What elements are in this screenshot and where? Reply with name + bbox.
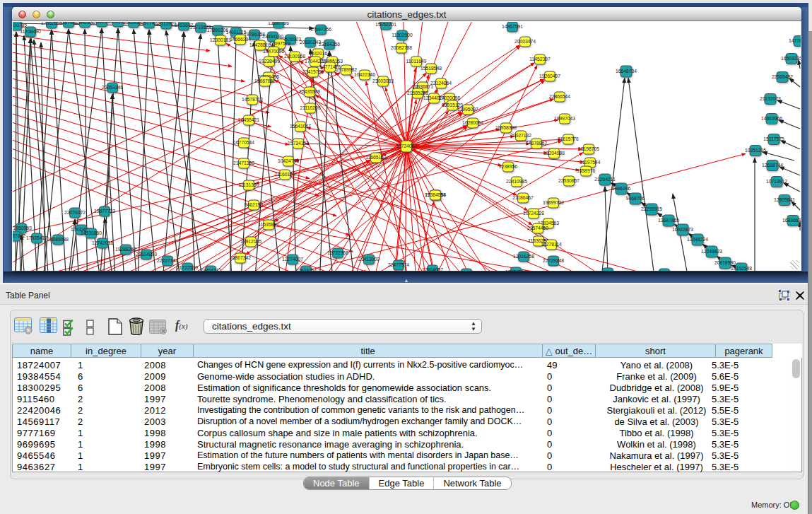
svg-text:13380786: 13380786 [268, 22, 289, 25]
svg-text:16648784: 16648784 [616, 69, 637, 74]
svg-text:20610785: 20610785 [13, 23, 27, 28]
svg-text:20618590: 20618590 [714, 260, 736, 265]
svg-text:20082788: 20082788 [391, 45, 412, 50]
svg-text:11011649: 11011649 [406, 59, 426, 64]
svg-text:10724228: 10724228 [523, 211, 544, 216]
svg-text:20027132: 20027132 [510, 133, 531, 138]
svg-text:23003083: 23003083 [372, 78, 394, 83]
svg-text:21110209: 21110209 [300, 105, 320, 110]
svg-text:10422346: 10422346 [354, 72, 375, 77]
svg-text:22565482: 22565482 [772, 74, 793, 79]
svg-text:18997043: 18997043 [554, 116, 575, 121]
svg-text:9032016: 9032016 [309, 51, 328, 56]
svg-text:22435589: 22435589 [299, 89, 320, 94]
svg-text:15722368: 15722368 [327, 250, 348, 255]
svg-text:16770544: 16770544 [233, 140, 254, 145]
svg-text:11708490: 11708490 [20, 29, 41, 34]
svg-text:22614899: 22614899 [136, 252, 157, 257]
svg-text:21132073: 21132073 [760, 96, 781, 101]
svg-text:16807342: 16807342 [230, 255, 251, 260]
svg-text:11197544: 11197544 [579, 160, 600, 165]
svg-text:18912185: 18912185 [240, 239, 261, 244]
svg-text:21186467: 21186467 [512, 195, 534, 200]
svg-text:17097578: 17097578 [269, 41, 290, 46]
svg-text:9462193: 9462193 [245, 202, 264, 207]
svg-text:12742018: 12742018 [92, 240, 113, 245]
svg-text:10351205: 10351205 [745, 148, 766, 153]
svg-text:19470096: 19470096 [263, 49, 284, 54]
svg-text:15152201: 15152201 [375, 22, 396, 27]
svg-text:14530860: 14530860 [81, 230, 102, 235]
svg-text:17684536: 17684536 [505, 269, 526, 271]
svg-text:9486206: 9486206 [612, 186, 631, 191]
svg-text:10455421: 10455421 [238, 117, 259, 122]
svg-text:15641067: 15641067 [290, 124, 311, 129]
svg-text:13348224: 13348224 [687, 237, 708, 242]
svg-text:19789982: 19789982 [336, 67, 357, 72]
svg-text:12737842: 12737842 [13, 233, 25, 238]
svg-text:20003474: 20003474 [514, 39, 536, 44]
svg-text:22070372: 22070372 [64, 210, 86, 215]
svg-text:16886633: 16886633 [782, 218, 801, 223]
svg-text:12428816: 12428816 [249, 42, 271, 47]
svg-text:9468706: 9468706 [626, 196, 645, 201]
svg-text:18204988: 18204988 [543, 151, 565, 156]
svg-text:12248823: 12248823 [701, 249, 722, 254]
svg-text:14863966: 14863966 [761, 116, 782, 121]
svg-text:10424708: 10424708 [278, 158, 299, 163]
svg-text:19384554: 19384554 [425, 192, 446, 197]
svg-text:9358976: 9358976 [577, 168, 596, 173]
svg-text:23304737: 23304737 [200, 268, 221, 271]
svg-text:20053346: 20053346 [102, 85, 123, 90]
svg-text:22530857: 22530857 [558, 178, 579, 183]
svg-text:13016258: 13016258 [513, 254, 534, 259]
svg-text:17020058: 17020058 [439, 95, 460, 100]
svg-text:10713912: 10713912 [766, 179, 787, 184]
svg-text:11995097: 11995097 [457, 107, 478, 112]
svg-text:22410985: 22410985 [506, 179, 527, 184]
svg-text:16278114: 16278114 [541, 242, 562, 247]
svg-text:19260497: 19260497 [539, 74, 560, 78]
svg-text:20680243: 20680243 [300, 40, 321, 45]
svg-text:21574460: 21574460 [527, 226, 548, 230]
svg-text:21585268: 21585268 [407, 90, 428, 95]
svg-text:12805841: 12805841 [774, 197, 795, 202]
svg-text:22124864: 22124864 [430, 81, 452, 86]
svg-text:11131350: 11131350 [238, 182, 259, 187]
svg-text:11802500: 11802500 [392, 33, 413, 37]
svg-text:13687865: 13687865 [658, 218, 679, 223]
svg-text:14666294: 14666294 [230, 37, 251, 42]
svg-text:11452397: 11452397 [529, 57, 551, 62]
svg-text:21722539: 21722539 [177, 265, 198, 270]
svg-text:14578712: 14578712 [242, 97, 263, 102]
svg-text:22523754: 22523754 [295, 268, 317, 271]
svg-text:18112921: 18112921 [155, 22, 177, 26]
svg-text:11665162: 11665162 [365, 155, 387, 160]
svg-text:11615776: 11615776 [558, 136, 579, 141]
svg-text:15117575: 15117575 [763, 136, 784, 141]
svg-text:21264211: 21264211 [594, 177, 616, 182]
svg-text:16958388: 16958388 [495, 125, 517, 130]
svg-text:16280054: 16280054 [462, 120, 483, 125]
svg-text:19288262: 19288262 [115, 247, 136, 252]
svg-text:21471388: 21471388 [233, 160, 254, 165]
svg-text:16922873: 16922873 [672, 227, 693, 232]
svg-text:12274007: 12274007 [282, 257, 303, 262]
svg-text:19667662: 19667662 [254, 78, 276, 83]
svg-text:21950969: 21950969 [13, 226, 32, 230]
svg-text:22729348: 22729348 [543, 258, 564, 263]
svg-text:9238956: 9238956 [499, 164, 518, 169]
svg-text:12804057: 12804057 [422, 267, 443, 271]
svg-text:17935417: 17935417 [26, 235, 47, 240]
svg-text:22255915: 22255915 [641, 206, 662, 211]
svg-text:11535887: 11535887 [258, 222, 279, 227]
svg-text:23184256: 23184256 [319, 42, 340, 47]
svg-text:22415795: 22415795 [302, 69, 324, 74]
svg-text:18085988: 18085988 [47, 237, 69, 242]
svg-text:14967591: 14967591 [502, 24, 523, 29]
svg-text:12698744: 12698744 [762, 163, 783, 168]
svg-text:21160103: 21160103 [274, 172, 295, 177]
svg-text:14776075: 14776075 [789, 38, 801, 43]
svg-text:17267507: 17267507 [597, 270, 618, 271]
svg-text:22477574: 22477574 [388, 262, 409, 267]
